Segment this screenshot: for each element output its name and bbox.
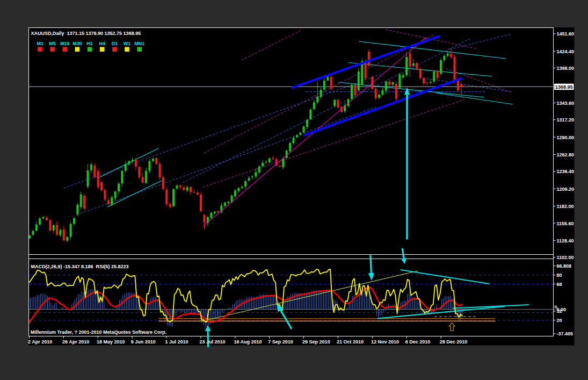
svg-text:2 Apr 2010: 2 Apr 2010 bbox=[28, 339, 52, 345]
svg-text:7 Sep 2010: 7 Sep 2010 bbox=[268, 339, 293, 345]
svg-text:1155.60: 1155.60 bbox=[557, 221, 574, 226]
svg-text:-37.405: -37.405 bbox=[557, 331, 574, 336]
svg-text:M1: M1 bbox=[37, 41, 43, 46]
svg-text:1398.00: 1398.00 bbox=[557, 66, 575, 71]
svg-text:Millennium Trader, ? 2001-2010: Millennium Trader, ? 2001-2010 MetaQuote… bbox=[31, 329, 166, 335]
svg-text:XAUUSD,Daily 1371.15 1378.90: XAUUSD,Daily 1371.15 1378.90 1352.75 136… bbox=[31, 31, 141, 36]
svg-text:H1: H1 bbox=[86, 41, 93, 46]
svg-text:M30: M30 bbox=[72, 41, 82, 46]
svg-text:28 Dec 2010: 28 Dec 2010 bbox=[440, 339, 468, 345]
svg-text:6 Dec 2010: 6 Dec 2010 bbox=[405, 339, 431, 345]
svg-text:1128.40: 1128.40 bbox=[557, 238, 574, 243]
svg-text:21 Oct 2010: 21 Oct 2010 bbox=[337, 339, 364, 345]
svg-text:1262.80: 1262.80 bbox=[557, 152, 575, 157]
svg-text:MACD(2,26,9) -15.347 8.186 RS: MACD(2,26,9) -15.347 8.186 RSI(5) 25.822… bbox=[31, 264, 129, 269]
svg-text:68: 68 bbox=[557, 282, 562, 287]
svg-text:23 Jul 2010: 23 Jul 2010 bbox=[200, 339, 226, 345]
svg-text:1368.95: 1368.95 bbox=[555, 84, 573, 90]
svg-text:W1: W1 bbox=[124, 41, 131, 46]
svg-text:H4: H4 bbox=[99, 41, 105, 46]
svg-text:1182.00: 1182.00 bbox=[557, 204, 574, 209]
svg-text:80: 80 bbox=[557, 273, 562, 278]
svg-text:29 Sep 2010: 29 Sep 2010 bbox=[302, 339, 330, 345]
svg-text:1424.40: 1424.40 bbox=[557, 49, 575, 54]
svg-text:20: 20 bbox=[557, 318, 562, 323]
svg-text:M15: M15 bbox=[60, 41, 70, 46]
svg-text:1343.60: 1343.60 bbox=[557, 101, 575, 106]
svg-text:M5: M5 bbox=[49, 41, 56, 46]
svg-text:D1: D1 bbox=[112, 41, 118, 46]
svg-text:12 Nov 2010: 12 Nov 2010 bbox=[371, 339, 399, 345]
svg-text:MN1: MN1 bbox=[134, 41, 144, 46]
svg-text:9 Jun 2010: 9 Jun 2010 bbox=[131, 339, 156, 345]
svg-text:16 Aug 2010: 16 Aug 2010 bbox=[234, 339, 262, 345]
svg-text:1 Jul 2010: 1 Jul 2010 bbox=[165, 339, 188, 345]
svg-text:1290.00: 1290.00 bbox=[557, 135, 575, 140]
svg-text:1102.00: 1102.00 bbox=[557, 255, 574, 260]
svg-text:1451.60: 1451.60 bbox=[557, 31, 575, 37]
svg-text:1236.40: 1236.40 bbox=[557, 169, 575, 174]
svg-text:1317.20: 1317.20 bbox=[557, 117, 575, 123]
svg-text:66.808: 66.808 bbox=[557, 263, 572, 269]
svg-text:0.00: 0.00 bbox=[557, 307, 567, 312]
svg-text:18 May 2010: 18 May 2010 bbox=[97, 339, 125, 345]
svg-text:26 Apr 2010: 26 Apr 2010 bbox=[62, 339, 89, 345]
svg-text:1209.20: 1209.20 bbox=[557, 187, 575, 192]
